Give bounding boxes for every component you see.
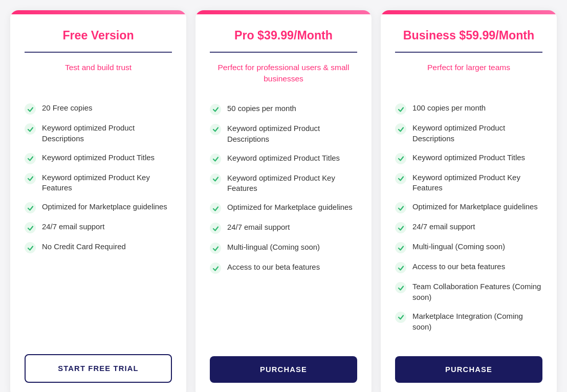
- check-icon: [25, 153, 36, 164]
- feature-text: Multi-lingual (Coming soon): [412, 242, 505, 252]
- feature-text: Keyword optimized Product Descriptions: [42, 123, 172, 144]
- check-icon: [395, 282, 406, 293]
- feature-text: Team Collaboration Features (Coming soon…: [412, 281, 542, 303]
- feature-text: Optimized for Marketplace guidelines: [42, 202, 167, 212]
- card-subtitle: Perfect for larger teams: [395, 62, 542, 84]
- check-icon: [25, 222, 36, 233]
- card-footer: PURCHASE: [381, 341, 557, 383]
- check-icon: [395, 312, 406, 323]
- feature-item: Keyword optimized Product Descriptions: [25, 123, 172, 144]
- feature-text: Multi-lingual (Coming soon): [227, 242, 320, 253]
- feature-text: Keyword optimized Product Key Features: [227, 173, 357, 194]
- feature-item: Keyword optimized Product Key Features: [25, 172, 172, 194]
- feature-item: Multi-lingual (Coming soon): [395, 242, 542, 253]
- card-top-bar: [381, 10, 557, 14]
- feature-item: Optimized for Marketplace guidelines: [395, 202, 542, 213]
- check-icon: [395, 103, 406, 115]
- card-footer: START FREE TRIAL: [10, 339, 186, 383]
- card-divider: [210, 52, 357, 53]
- check-icon: [25, 123, 36, 135]
- card-title: Business $59.99/Month: [395, 29, 542, 42]
- check-icon: [395, 262, 406, 273]
- card-footer: PURCHASE: [195, 341, 372, 383]
- feature-item: Multi-lingual (Coming soon): [210, 242, 357, 254]
- feature-item: Team Collaboration Features (Coming soon…: [395, 281, 542, 303]
- pro-cta-button[interactable]: PURCHASE: [210, 356, 357, 383]
- business-cta-button[interactable]: PURCHASE: [395, 356, 542, 383]
- features-list: 100 copies per month Keyword optimized P…: [381, 94, 557, 341]
- card-header: Business $59.99/MonthPerfect for larger …: [381, 14, 557, 94]
- feature-item: Keyword optimized Product Titles: [25, 153, 172, 164]
- check-icon: [210, 173, 221, 185]
- features-list: 20 Free copies Keyword optimized Product…: [10, 94, 186, 339]
- card-top-bar: [10, 10, 186, 14]
- check-icon: [395, 123, 406, 135]
- feature-text: 24/7 email support: [412, 222, 475, 232]
- feature-item: Keyword optimized Product Titles: [395, 153, 542, 164]
- feature-item: Keyword optimized Product Descriptions: [395, 123, 542, 144]
- feature-item: Access to our beta features: [210, 262, 357, 274]
- check-icon: [395, 153, 406, 164]
- check-icon: [210, 263, 221, 274]
- pricing-container: Free VersionTest and build trust 20 Free…: [10, 10, 557, 392]
- feature-text: Keyword optimized Product Key Features: [42, 172, 172, 194]
- check-icon: [25, 103, 36, 115]
- check-icon: [25, 242, 36, 253]
- feature-text: Marketplace Integration (Coming soon): [412, 311, 542, 333]
- card-header: Free VersionTest and build trust: [10, 14, 186, 94]
- feature-item: Marketplace Integration (Coming soon): [395, 311, 542, 333]
- feature-item: 20 Free copies: [25, 103, 172, 115]
- feature-text: No Credit Card Required: [42, 242, 126, 252]
- check-icon: [210, 104, 221, 115]
- check-icon: [395, 242, 406, 253]
- check-icon: [210, 223, 221, 234]
- feature-item: Optimized for Marketplace guidelines: [210, 202, 357, 214]
- feature-text: Keyword optimized Product Titles: [42, 153, 155, 163]
- card-title: Free Version: [25, 29, 172, 42]
- feature-text: 100 copies per month: [412, 103, 486, 114]
- card-divider: [395, 52, 542, 53]
- feature-text: Optimized for Marketplace guidelines: [412, 202, 538, 212]
- feature-item: Optimized for Marketplace guidelines: [25, 202, 172, 213]
- feature-item: 24/7 email support: [395, 222, 542, 233]
- check-icon: [25, 173, 36, 184]
- card-title: Pro $39.99/Month: [210, 29, 357, 42]
- card-subtitle: Test and build trust: [25, 62, 172, 84]
- check-icon: [25, 202, 36, 213]
- card-pro: Pro $39.99/MonthPerfect for professional…: [195, 10, 372, 392]
- check-icon: [395, 173, 406, 184]
- check-icon: [210, 203, 221, 214]
- feature-text: 20 Free copies: [42, 103, 92, 114]
- feature-item: 24/7 email support: [210, 222, 357, 234]
- card-top-bar: [195, 10, 372, 14]
- feature-text: Access to our beta features: [412, 262, 505, 272]
- feature-text: 24/7 email support: [227, 222, 290, 233]
- feature-item: Keyword optimized Product Key Features: [210, 173, 357, 194]
- feature-text: Access to our beta features: [227, 262, 320, 273]
- feature-text: Keyword optimized Product Titles: [412, 153, 525, 163]
- feature-item: Access to our beta features: [395, 262, 542, 273]
- feature-item: 50 copies per month: [210, 103, 357, 115]
- check-icon: [395, 222, 406, 233]
- feature-text: Keyword optimized Product Descriptions: [227, 123, 357, 145]
- check-icon: [210, 124, 221, 135]
- card-subtitle: Perfect for professional users & small b…: [210, 62, 357, 85]
- card-business: Business $59.99/MonthPerfect for larger …: [381, 10, 557, 392]
- feature-item: 24/7 email support: [25, 222, 172, 233]
- feature-item: Keyword optimized Product Key Features: [395, 172, 542, 194]
- feature-item: 100 copies per month: [395, 103, 542, 115]
- check-icon: [210, 154, 221, 165]
- feature-text: Keyword optimized Product Key Features: [412, 172, 542, 194]
- feature-text: Optimized for Marketplace guidelines: [227, 202, 353, 213]
- card-header: Pro $39.99/MonthPerfect for professional…: [195, 14, 372, 94]
- card-divider: [25, 52, 172, 53]
- feature-text: Keyword optimized Product Descriptions: [412, 123, 542, 144]
- feature-text: 24/7 email support: [42, 222, 104, 232]
- feature-item: Keyword optimized Product Descriptions: [210, 123, 357, 145]
- free-cta-button[interactable]: START FREE TRIAL: [25, 354, 172, 383]
- feature-item: No Credit Card Required: [25, 242, 172, 253]
- features-list: 50 copies per month Keyword optimized Pr…: [195, 94, 372, 341]
- check-icon: [395, 202, 406, 213]
- check-icon: [210, 243, 221, 254]
- feature-text: Keyword optimized Product Titles: [227, 153, 340, 164]
